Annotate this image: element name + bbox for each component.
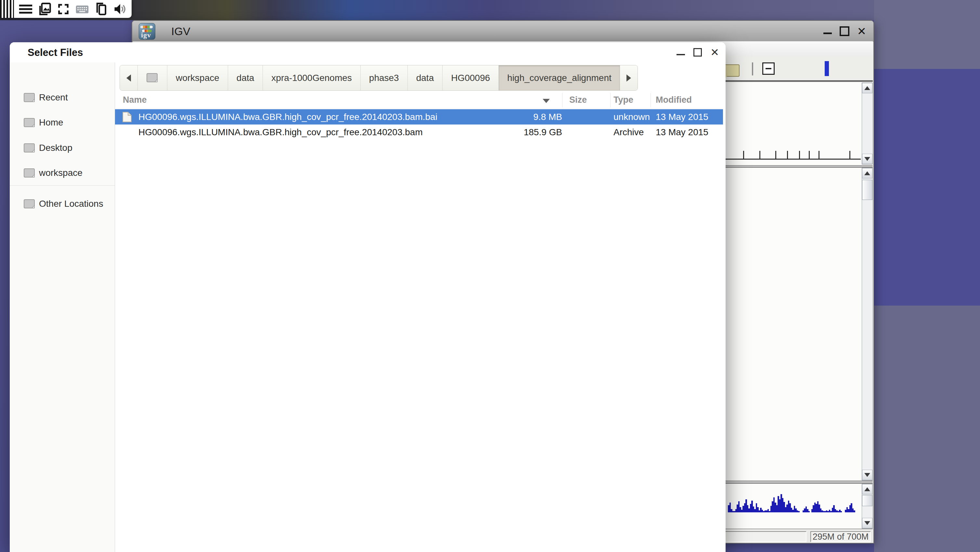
desktop-right-band-top <box>874 0 980 69</box>
sidebar-item-label: Desktop <box>39 143 72 153</box>
scroll-down-button[interactable] <box>862 154 872 164</box>
path-segment-phase3[interactable]: phase3 <box>361 65 408 90</box>
column-header-type[interactable]: Type <box>614 95 633 105</box>
sidebar-item-label: Recent <box>39 93 68 103</box>
scroll-down-button[interactable] <box>862 518 872 528</box>
dialog-file-area: workspacedataxpra-1000Genomesphase3dataH… <box>115 62 725 552</box>
dialog-minimize-button[interactable] <box>676 54 685 55</box>
arrow-right-icon <box>627 75 631 81</box>
column-separator <box>610 93 611 107</box>
zoom-out-region-icon[interactable] <box>762 62 775 75</box>
scrollbar-thumb[interactable] <box>862 180 872 200</box>
sidebar-item-home[interactable]: Home <box>10 113 115 132</box>
scroll-up-button[interactable] <box>862 484 872 495</box>
ruler-tick <box>850 151 850 159</box>
path-bar: workspacedataxpra-1000Genomesphase3dataH… <box>119 65 638 91</box>
scroll-up-button[interactable] <box>862 83 872 93</box>
chromosome-panel-scrollbar[interactable] <box>862 83 873 164</box>
path-segment-HG00096[interactable]: HG00096 <box>442 65 499 90</box>
ruler-tick <box>759 151 760 159</box>
location-placeholder-icon <box>23 199 36 211</box>
file-modified: 13 May 2015 <box>656 127 708 137</box>
memory-indicator: 295M of 700M <box>810 531 871 542</box>
file-type: Archive <box>614 127 644 137</box>
dialog-titlebar[interactable]: Select Files ✕ <box>10 42 725 63</box>
arrow-down-icon <box>864 473 870 477</box>
arrow-down-icon <box>864 157 870 161</box>
arrow-left-icon <box>126 75 131 81</box>
scroll-up-button[interactable] <box>862 168 872 179</box>
coverage-bar <box>808 511 810 512</box>
igv-window-title: IGV <box>171 25 191 38</box>
path-segment-data[interactable]: data <box>228 65 263 90</box>
coverage-bar <box>841 511 842 512</box>
images-icon[interactable] <box>37 2 52 16</box>
file-icon <box>122 112 132 123</box>
path-segment-workspace[interactable]: workspace <box>167 65 228 90</box>
speaker-icon[interactable] <box>113 2 127 16</box>
igv-icon-label: igv <box>141 31 151 39</box>
grip-handle-icon[interactable] <box>0 0 14 18</box>
ruler-tick <box>809 151 810 159</box>
scrollbar-thumb[interactable] <box>862 495 872 506</box>
ruler-tick <box>819 151 819 159</box>
file-row[interactable]: HG00096.wgs.ILLUMINA.bwa.GBR.high_cov_pc… <box>115 124 723 140</box>
ruler-tick <box>799 151 800 159</box>
dialog-window-controls: ✕ <box>676 42 719 62</box>
igv-close-button[interactable]: ✕ <box>857 26 867 37</box>
dialog-sidebar: RecentHomeDesktopworkspace Other Locatio… <box>10 62 115 552</box>
sort-descending-icon[interactable] <box>542 99 550 103</box>
sidebar-item-label: workspace <box>39 168 83 178</box>
coverage-bar <box>854 511 855 512</box>
file-modified: 13 May 2015 <box>656 112 708 122</box>
sidebar-item-other-locations[interactable]: Other Locations <box>10 194 115 214</box>
column-header-size[interactable]: Size <box>569 95 587 105</box>
fullscreen-icon[interactable] <box>56 2 70 16</box>
sidebar-item-label: Other Locations <box>39 199 103 209</box>
file-row[interactable]: HG00096.wgs.ILLUMINA.bwa.GBR.high_cov_pc… <box>115 109 723 124</box>
file-name: HG00096.wgs.ILLUMINA.bwa.GBR.high_cov_pc… <box>138 112 438 122</box>
file-name: HG00096.wgs.ILLUMINA.bwa.GBR.high_cov_pc… <box>138 127 423 137</box>
path-forward-button[interactable] <box>620 65 638 90</box>
igv-maximize-button[interactable] <box>840 26 850 36</box>
path-segment-data[interactable]: data <box>408 65 443 90</box>
sidebar-item-recent[interactable]: Recent <box>10 88 115 107</box>
toolbar-separator <box>752 62 753 75</box>
igv-minimize-button[interactable] <box>823 32 832 34</box>
copy-icon[interactable] <box>94 2 108 16</box>
select-files-dialog: Select Files ✕ RecentHomeDesktopworkspac… <box>10 42 725 552</box>
track-panel-scrollbar[interactable] <box>862 168 873 480</box>
igv-titlebar[interactable]: igv IGV ✕ <box>132 21 873 41</box>
file-list-header: Name Size Type Modified <box>115 92 723 109</box>
column-header-name[interactable]: Name <box>123 95 147 105</box>
ruler-tick <box>787 151 788 159</box>
path-back-button[interactable] <box>120 65 138 90</box>
coverage-bar <box>798 511 800 512</box>
path-segment-xpra-1000Genomes[interactable]: xpra-1000Genomes <box>263 65 360 90</box>
igv-window-controls: ✕ <box>823 21 867 41</box>
file-size: 9.8 MB <box>520 112 562 122</box>
arrow-up-icon <box>864 487 870 491</box>
sidebar-item-desktop[interactable]: Desktop <box>10 138 115 158</box>
sidebar-item-workspace[interactable]: workspace <box>10 163 115 183</box>
path-segment-high_coverage_alignment[interactable]: high_coverage_alignment <box>499 65 620 90</box>
arrow-up-icon <box>864 171 870 175</box>
menu-icon[interactable] <box>19 2 33 16</box>
column-separator <box>651 93 651 107</box>
sidebar-divider <box>10 185 115 186</box>
zoom-slider-marker[interactable] <box>825 61 829 76</box>
ruler-tick <box>775 151 776 159</box>
keyboard-icon[interactable] <box>75 2 89 16</box>
igv-app-icon: igv <box>139 23 155 40</box>
column-header-modified[interactable]: Modified <box>656 95 692 105</box>
tray-toolbar <box>0 0 132 18</box>
drive-placeholder-icon <box>146 72 159 83</box>
coverage-panel-scrollbar[interactable] <box>862 484 873 529</box>
location-placeholder-icon <box>23 143 36 155</box>
ruler-tick <box>743 151 744 159</box>
dialog-maximize-button[interactable] <box>694 48 702 57</box>
scroll-down-button[interactable] <box>862 470 872 480</box>
drive-button[interactable] <box>138 65 167 90</box>
memory-usage-text: 295M of 700M <box>813 532 869 542</box>
dialog-close-button[interactable]: ✕ <box>710 47 719 58</box>
